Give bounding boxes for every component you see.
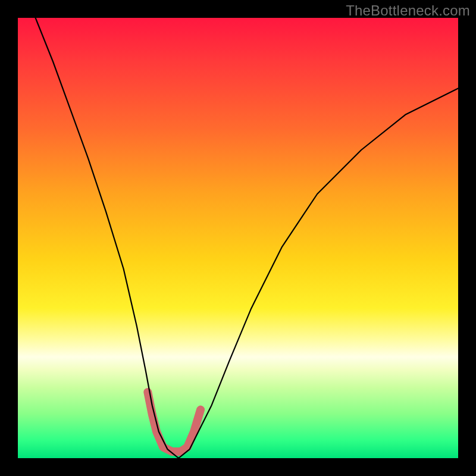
chart-plot-area — [18, 18, 458, 458]
curve-series — [18, 0, 458, 458]
chart-svg — [18, 18, 458, 458]
chart-frame: TheBottleneck.com — [0, 0, 476, 476]
watermark-text: TheBottleneck.com — [346, 2, 470, 19]
